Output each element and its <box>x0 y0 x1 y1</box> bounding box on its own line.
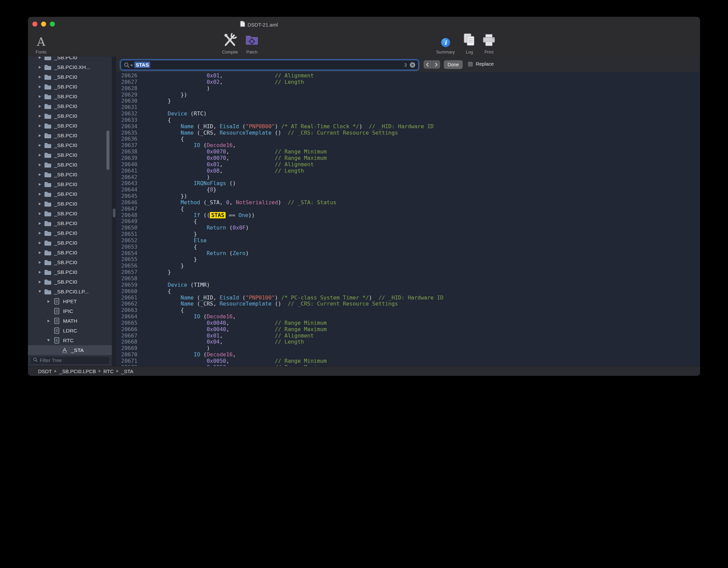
disclosure-spacer <box>46 309 51 314</box>
line-number: 20646 <box>116 200 137 206</box>
find-input[interactable]: STAS 3 ✕ <box>121 60 419 70</box>
tree-item-sb-pci0[interactable]: _SB.PCI0 <box>28 160 112 170</box>
tree-item-label: _SB.PCI0 <box>54 94 77 100</box>
tree-item-sb-pci0[interactable]: _SB.PCI0 <box>28 150 112 160</box>
tree-item-sb-pci0[interactable]: _SB.PCI0 <box>28 218 112 228</box>
code-line: 20656 } <box>116 263 700 269</box>
tree-item-sta[interactable]: _STA <box>28 345 112 355</box>
disclosure-right-icon[interactable] <box>37 241 42 245</box>
disclosure-right-icon[interactable] <box>46 319 51 323</box>
pane-splitter-handle[interactable] <box>113 209 115 217</box>
folder-icon <box>44 162 52 168</box>
tree-item-sb-pci0-lp[interactable]: _SB.PCI0.LP... <box>28 287 112 296</box>
patch-toolbar-button[interactable]: Patch <box>238 32 265 55</box>
find-previous-button[interactable] <box>424 60 432 69</box>
disclosure-right-icon[interactable] <box>37 280 42 284</box>
fonts-toolbar-button[interactable]: A Fonts <box>29 32 53 55</box>
close-button[interactable] <box>32 22 37 27</box>
tree-item-sb-pci0[interactable]: _SB.PCI0 <box>28 248 112 257</box>
tree-item-sb-pci0[interactable]: _SB.PCI0 <box>28 92 112 101</box>
line-number: 20651 <box>116 231 137 238</box>
breadcrumb-item[interactable]: _SB.PCI0.LPCB <box>59 368 96 374</box>
breadcrumb-separator-icon <box>55 370 57 372</box>
disclosure-right-icon[interactable] <box>37 84 42 89</box>
tree-item-math[interactable]: MATH <box>28 316 112 326</box>
disclosure-right-icon[interactable] <box>37 57 42 60</box>
tree-item-sb-pci0[interactable]: _SB.PCI0 <box>28 179 112 189</box>
disclosure-right-icon[interactable] <box>37 114 42 118</box>
tree-item-hpet[interactable]: HPET <box>28 296 112 306</box>
zoom-button[interactable] <box>50 22 55 27</box>
print-toolbar-button[interactable]: Print <box>477 32 501 55</box>
disclosure-right-icon[interactable] <box>37 182 42 187</box>
tree-item-sb-pci0[interactable]: _SB.PCI0 <box>28 170 112 179</box>
disclosure-right-icon[interactable] <box>37 163 42 167</box>
tree-item-sb-pci0[interactable]: _SB.PCI0 <box>28 57 112 62</box>
breadcrumb-item[interactable]: _STA <box>121 368 133 374</box>
minimize-button[interactable] <box>41 22 46 27</box>
tree-item-sb-pci0[interactable]: _SB.PCI0 <box>28 228 112 238</box>
line-number: 20639 <box>116 155 137 162</box>
search-menu-caret-icon[interactable] <box>130 65 133 66</box>
replace-checkbox[interactable] <box>468 62 473 67</box>
code-token: ( <box>200 142 206 148</box>
disclosure-right-icon[interactable] <box>37 65 42 70</box>
tree-item-ldrc[interactable]: LDRC <box>28 326 112 335</box>
search-icon[interactable] <box>124 62 130 69</box>
disclosure-right-icon[interactable] <box>37 231 42 236</box>
disclosure-right-icon[interactable] <box>37 172 42 177</box>
summary-toolbar-button[interactable]: i Summary <box>433 32 458 55</box>
disclosure-right-icon[interactable] <box>37 221 42 226</box>
tree-item-sb-pci0-xh[interactable]: _SB.PCI0.XH... <box>28 62 112 72</box>
disclosure-right-icon[interactable] <box>37 192 42 197</box>
tree-item-sb-pci0[interactable]: _SB.PCI0 <box>28 121 112 131</box>
find-bar: STAS 3 ✕ Done Replace <box>116 57 700 72</box>
tree-item-sb-pci0[interactable]: _SB.PCI0 <box>28 277 112 287</box>
clear-search-icon[interactable]: ✕ <box>410 62 415 68</box>
code-token: (_CRS, <box>194 300 220 307</box>
tree-item-sb-pci0[interactable]: _SB.PCI0 <box>28 82 112 92</box>
disclosure-right-icon[interactable] <box>37 104 42 109</box>
done-button[interactable]: Done <box>444 60 463 69</box>
code-token: IO <box>194 351 200 358</box>
find-next-button[interactable] <box>432 60 440 69</box>
disclosure-right-icon[interactable] <box>37 75 42 79</box>
tree-item-sb-pci0[interactable]: _SB.PCI0 <box>28 140 112 150</box>
tree-item-sb-pci0[interactable]: _SB.PCI0 <box>28 209 112 218</box>
line-number: 20669 <box>116 345 137 352</box>
disclosure-right-icon[interactable] <box>37 133 42 138</box>
disclosure-right-icon[interactable] <box>37 143 42 148</box>
disclosure-right-icon[interactable] <box>37 250 42 255</box>
disclosure-right-icon[interactable] <box>37 211 42 216</box>
tree-item-ipic[interactable]: IPIC <box>28 306 112 316</box>
filter-tree-field[interactable]: Filter Tree <box>30 356 110 365</box>
disclosure-right-icon[interactable] <box>37 153 42 157</box>
disclosure-right-icon[interactable] <box>37 270 42 275</box>
tree-item-sb-pci0[interactable]: _SB.PCI0 <box>28 101 112 111</box>
tree-item-sb-pci0[interactable]: _SB.PCI0 <box>28 189 112 199</box>
disclosure-right-icon[interactable] <box>37 94 42 99</box>
tree-item-sb-pci0[interactable]: _SB.PCI0 <box>28 131 112 140</box>
tree-item-sb-pci0[interactable]: _SB.PCI0 <box>28 199 112 209</box>
breadcrumb-item[interactable]: DSDT <box>38 368 52 374</box>
disclosure-right-icon[interactable] <box>37 123 42 128</box>
breadcrumb-item[interactable]: RTC <box>103 368 114 374</box>
code-editor[interactable]: 20626 0x01, // Alignment20627 0x02, // L… <box>116 72 700 366</box>
code-token: ) <box>359 123 369 130</box>
disclosure-down-icon[interactable] <box>46 338 51 343</box>
code-token: ) <box>278 199 288 206</box>
tree-item-sb-pci0[interactable]: _SB.PCI0 <box>28 267 112 277</box>
sidebar-scrollbar[interactable] <box>106 131 109 170</box>
disclosure-down-icon[interactable] <box>37 289 42 294</box>
tree-item-sb-pci0[interactable]: _SB.PCI0 <box>28 238 112 248</box>
tree-outline[interactable]: _SB.PCI0_SB.PCI0.XH..._SB.PCI0_SB.PCI0_S… <box>28 57 112 355</box>
disclosure-right-icon[interactable] <box>46 299 51 304</box>
code-token: , <box>233 313 236 320</box>
tree-item-rtc[interactable]: RTC <box>28 335 112 345</box>
disclosure-right-icon[interactable] <box>37 202 42 206</box>
code-line: 20640 0x01, // Alignment <box>116 162 700 168</box>
tree-item-sb-pci0[interactable]: _SB.PCI0 <box>28 72 112 82</box>
tree-item-sb-pci0[interactable]: _SB.PCI0 <box>28 257 112 267</box>
tree-item-sb-pci0[interactable]: _SB.PCI0 <box>28 111 112 121</box>
disclosure-right-icon[interactable] <box>37 260 42 265</box>
